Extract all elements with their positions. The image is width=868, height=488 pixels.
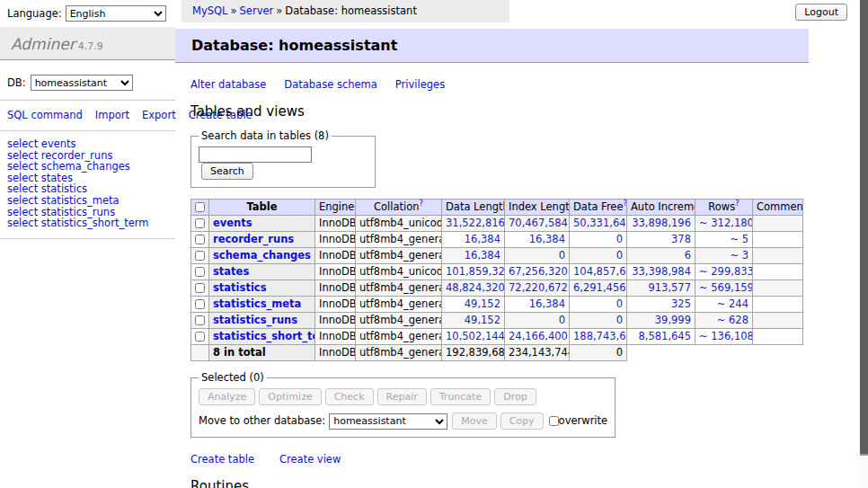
row-checkbox[interactable] <box>195 299 205 309</box>
data-free-link[interactable]: 6,291,456 <box>573 281 626 294</box>
column-header-label: Data Length <box>446 200 505 213</box>
column-header-table: Table <box>209 200 315 216</box>
row-checkbox[interactable] <box>195 218 205 228</box>
check-button[interactable]: Check <box>325 388 374 405</box>
index-length-link[interactable]: 67,256,320 <box>509 265 568 278</box>
data-free-link[interactable]: 104,857,600 <box>573 265 627 278</box>
row-checkbox[interactable] <box>195 267 205 277</box>
table-name-link[interactable]: statistics_runs <box>213 314 297 326</box>
data-free-link[interactable]: 0 <box>616 233 623 245</box>
data-length-link[interactable]: 49,152 <box>465 297 500 310</box>
data-free-link[interactable]: 188,743,680 <box>573 330 627 342</box>
analyze-button[interactable]: Analyze <box>199 388 255 405</box>
auto-increment-link[interactable]: 33,398,984 <box>632 265 691 278</box>
table-name-link[interactable]: states <box>213 265 249 278</box>
rows-link[interactable]: ~ 299,833 <box>699 265 753 278</box>
data-free-link[interactable]: 0 <box>616 314 623 326</box>
column-help-link[interactable]: ? <box>735 200 740 209</box>
index-length-link[interactable]: 0 <box>559 249 565 262</box>
table-name-link[interactable]: statistics <box>213 281 267 294</box>
optimize-button[interactable]: Optimize <box>259 388 321 405</box>
vertical-scrollbar[interactable] <box>860 0 868 488</box>
data-free-link[interactable]: 50,331,648 <box>573 217 627 229</box>
db-select[interactable]: homeassistant <box>31 75 133 91</box>
move-db-select[interactable]: homeassistant <box>329 413 447 430</box>
sidebar-action-sql-command[interactable]: SQL command <box>7 109 83 121</box>
rows-cell: ~ 312,180 <box>695 216 753 232</box>
drop-button[interactable]: Drop <box>494 388 536 405</box>
data-free-link[interactable]: 0 <box>616 249 623 262</box>
table-name-cell: statistics_meta <box>209 297 315 313</box>
breadcrumb: MySQL»Server»Database: homeassistant <box>182 0 509 22</box>
table-name-link[interactable]: statistics_short_term <box>213 330 315 342</box>
auto-increment-link[interactable]: 325 <box>671 297 691 310</box>
logout-button[interactable]: Logout <box>795 4 847 21</box>
auto-increment-link[interactable]: 378 <box>671 233 691 245</box>
index-length-link[interactable]: 72,220,672 <box>509 281 568 294</box>
row-checkbox[interactable] <box>195 251 205 261</box>
auto-increment-link[interactable]: 6 <box>685 249 691 262</box>
total-engine-cell: InnoDB <box>315 345 356 361</box>
data-length-link[interactable]: 16,384 <box>465 233 500 245</box>
sidebar-table-link[interactable]: select events <box>7 138 168 150</box>
auto-increment-link[interactable]: 8,581,645 <box>638 330 691 342</box>
table-name-link[interactable]: statistics_meta <box>213 297 301 310</box>
copy-button[interactable]: Copy <box>500 413 544 430</box>
column-help-link[interactable]: ? <box>420 200 424 209</box>
sidebar-table-link[interactable]: select schema_changes <box>7 161 168 173</box>
rows-link[interactable]: ~ 569,159 <box>699 281 753 294</box>
table-name-link[interactable]: events <box>213 217 252 229</box>
data-length-link[interactable]: 16,384 <box>465 249 500 262</box>
index-length-link[interactable]: 16,384 <box>529 233 565 245</box>
data-length-link[interactable]: 101,859,328 <box>446 265 505 278</box>
move-button[interactable]: Move <box>452 413 497 430</box>
breadcrumb-link[interactable]: MySQL <box>192 4 228 17</box>
auto-increment-link[interactable]: 39,999 <box>655 314 691 326</box>
sidebar-table-link[interactable]: select statistics_meta <box>7 195 168 207</box>
nav-link-alter-database[interactable]: Alter database <box>190 78 266 91</box>
create-view-link[interactable]: Create view <box>279 453 341 466</box>
auto-increment-link[interactable]: 913,577 <box>648 281 691 294</box>
sidebar-action-export[interactable]: Export <box>142 109 176 121</box>
data-length-link[interactable]: 10,502,144 <box>446 330 505 342</box>
create-table-link[interactable]: Create table <box>190 453 254 466</box>
repair-button[interactable]: Repair <box>377 388 427 405</box>
data-free-link[interactable]: 0 <box>616 297 623 310</box>
index-length-link[interactable]: 0 <box>559 314 565 326</box>
rows-link[interactable]: ~ 244 <box>717 297 748 310</box>
rows-link[interactable]: ~ 3 <box>730 249 748 262</box>
breadcrumb-link[interactable]: Server <box>240 4 274 17</box>
rows-link[interactable]: ~ 5 <box>730 233 748 245</box>
row-checkbox[interactable] <box>195 332 205 342</box>
select-all-checkbox[interactable] <box>195 202 205 212</box>
table-name-link[interactable]: schema_changes <box>213 249 311 262</box>
auto-increment-link[interactable]: 33,898,196 <box>632 217 691 229</box>
row-checkbox[interactable] <box>195 283 205 293</box>
column-header-auto-increment: Auto Increment? <box>627 200 695 216</box>
nav-link-privileges[interactable]: Privileges <box>395 78 445 91</box>
sidebar-table-link[interactable]: select statistics_short_term <box>7 217 168 229</box>
index-length-link[interactable]: 70,467,584 <box>509 217 568 229</box>
sidebar-action-import[interactable]: Import <box>95 109 129 121</box>
data-length-link[interactable]: 31,522,816 <box>446 217 505 229</box>
row-checkbox[interactable] <box>195 235 205 244</box>
language-select[interactable]: English <box>66 5 166 22</box>
adminer-app: Language:English Adminer4.7.9 DB:homeass… <box>0 0 860 488</box>
overwrite-checkbox[interactable] <box>549 416 559 426</box>
index-length-link[interactable]: 24,166,400 <box>509 330 568 342</box>
data-length-link[interactable]: 49,152 <box>465 314 500 326</box>
search-button[interactable]: Search <box>201 163 253 180</box>
rows-link[interactable]: ~ 312,180 <box>699 217 753 229</box>
data-length-link[interactable]: 48,824,320 <box>446 281 505 294</box>
index-length-link[interactable]: 16,384 <box>529 297 565 310</box>
data-length-cell: 49,152 <box>442 297 505 313</box>
row-checkbox[interactable] <box>195 315 205 325</box>
truncate-button[interactable]: Truncate <box>430 388 491 405</box>
column-help-link[interactable]: ? <box>624 200 627 209</box>
scrollbar-thumb[interactable] <box>860 0 868 456</box>
search-input[interactable] <box>199 146 312 163</box>
rows-link[interactable]: ~ 628 <box>717 314 748 326</box>
rows-link[interactable]: ~ 136,108 <box>699 330 753 342</box>
nav-link-database-schema[interactable]: Database schema <box>284 78 376 91</box>
table-name-link[interactable]: recorder_runs <box>213 233 294 245</box>
